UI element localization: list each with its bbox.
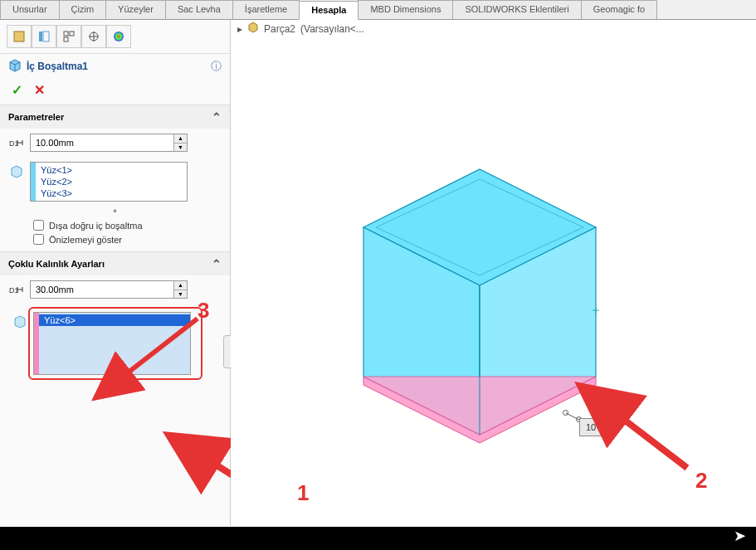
svg-line-24: [566, 413, 579, 420]
thickness-field[interactable]: [31, 134, 173, 151]
list-resize-grip[interactable]: ●: [0, 207, 230, 218]
chevron-up-icon: ⌃: [212, 110, 222, 124]
distance-d1-icon: D1: [8, 134, 25, 148]
callout-label-3: 3: [198, 298, 209, 324]
show-preview-checkbox[interactable]: [33, 234, 44, 245]
tab-unsurlar[interactable]: Unsurlar: [0, 0, 60, 19]
list-item[interactable]: Yüz<2>: [36, 176, 187, 187]
shell-outward-label: Dışa doğru iç boşaltma: [49, 221, 143, 231]
tab-saclevha[interactable]: Sac Levha: [165, 0, 233, 19]
svg-rect-0: [14, 32, 24, 41]
multi-thickness-field[interactable]: [31, 281, 173, 298]
svg-rect-4: [70, 32, 74, 36]
spin-down-icon[interactable]: ▼: [174, 144, 187, 152]
faces-selection-icon: [8, 162, 25, 178]
svg-line-12: [123, 319, 198, 377]
breadcrumb-state: (Varsayılan<...: [300, 23, 364, 35]
breadcrumb-part: Parça2: [264, 23, 295, 35]
cursor-icon: ➤: [734, 527, 746, 545]
bottom-strip: ➤: [0, 527, 756, 550]
section-coklu[interactable]: Çoklu Kalınlık Ayarları ⌃: [0, 251, 230, 275]
svg-line-25: [617, 414, 687, 468]
feature-tree-icon[interactable]: [7, 25, 32, 48]
shell-outward-checkbox[interactable]: [33, 220, 44, 231]
tab-eklentiler[interactable]: SOLIDWORKS Eklentileri: [452, 0, 581, 19]
model-cube[interactable]: [330, 136, 629, 451]
list-item[interactable]: Yüz<1>: [36, 164, 187, 176]
section-title-parametreler: Parametreler: [8, 112, 64, 122]
breadcrumb-arrow-icon: ▸: [237, 23, 242, 35]
feature-title: İç Boşaltma1: [27, 61, 88, 72]
section-title-coklu: Çoklu Kalınlık Ayarları: [8, 259, 105, 269]
spin-up-icon[interactable]: ▲: [174, 134, 187, 144]
svg-rect-1: [39, 32, 42, 41]
callout-label-2: 2: [695, 468, 707, 494]
help-icon[interactable]: ⓘ: [211, 59, 222, 74]
show-preview-label: Önizlemeyi göster: [49, 235, 122, 245]
faces-to-remove-list[interactable]: Yüz<1> Yüz<2> Yüz<3>: [30, 162, 188, 202]
dimension-value-box[interactable]: 10: [579, 418, 602, 436]
shell-feature-icon: [8, 59, 22, 74]
spin-down-icon[interactable]: ▼: [174, 290, 187, 299]
spin-up-icon[interactable]: ▲: [174, 281, 187, 290]
ok-button[interactable]: ✓: [12, 82, 22, 98]
svg-rect-3: [64, 32, 68, 36]
thickness-input[interactable]: ▲ ▼: [30, 134, 188, 152]
svg-rect-5: [64, 37, 68, 41]
tab-geomagic[interactable]: Geomagic fo: [581, 0, 657, 19]
list-item[interactable]: Yüz<3>: [36, 187, 187, 199]
multi-thickness-input[interactable]: ▲ ▼: [30, 280, 188, 299]
distance-d1-icon: D1: [8, 280, 25, 295]
tab-mbd[interactable]: MBD Dimensions: [358, 0, 453, 19]
chevron-up-icon: ⌃: [212, 257, 222, 270]
part-icon: [247, 22, 259, 36]
panel-mode-toolbar: [0, 23, 230, 54]
cancel-button[interactable]: ✕: [34, 82, 45, 98]
tab-cizim[interactable]: Çizim: [59, 0, 107, 19]
callout-label-1: 1: [297, 480, 309, 506]
svg-rect-2: [43, 32, 49, 41]
graphics-viewport[interactable]: ▸ Parça2 (Varsayılan<...: [231, 20, 756, 526]
property-panel: İç Boşaltma1 ⓘ ✓ ✕ Parametreler ⌃ D1 ▲ ▼: [0, 20, 231, 526]
property-manager-icon[interactable]: [32, 25, 56, 48]
breadcrumb[interactable]: ▸ Parça2 (Varsayılan<...: [237, 22, 364, 36]
dimxpert-icon[interactable]: [81, 25, 106, 48]
configuration-icon[interactable]: [56, 25, 81, 48]
faces-selection-icon: [12, 312, 28, 329]
section-parametreler[interactable]: Parametreler ⌃: [0, 105, 230, 129]
command-tabbar: Unsurlar Çizim Yüzeyler Sac Levha İşaret…: [0, 0, 756, 20]
appearance-icon[interactable]: [106, 25, 131, 48]
svg-point-9: [114, 32, 124, 41]
annotation-arrow-2: [604, 402, 704, 484]
tab-yuzeyler[interactable]: Yüzeyler: [105, 0, 166, 19]
tab-isaretleme[interactable]: İşaretleme: [232, 0, 300, 19]
tab-hesapla[interactable]: Hesapla: [299, 1, 358, 20]
